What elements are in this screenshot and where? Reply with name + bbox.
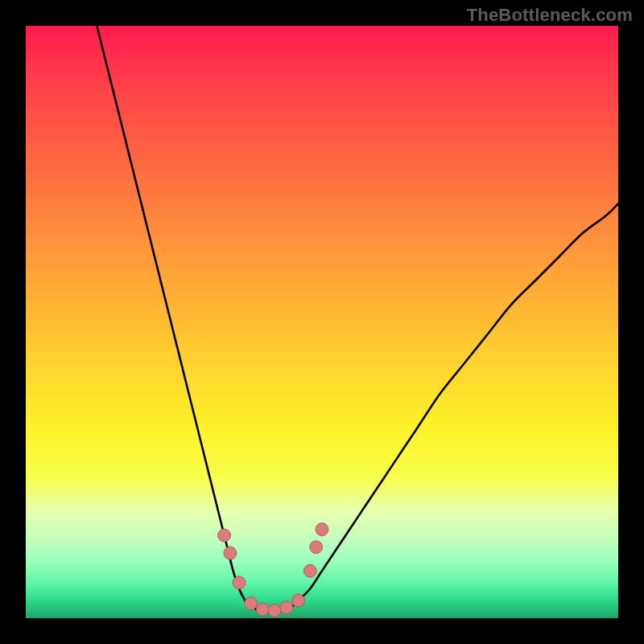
outer-frame: TheBottleneck.com [0, 0, 644, 644]
watermark-text: TheBottleneck.com [467, 5, 633, 26]
chart-svg [26, 26, 618, 618]
valley-marker [245, 597, 258, 610]
valley-marker [256, 603, 269, 616]
marker-layer [218, 523, 328, 617]
valley-marker [292, 594, 305, 607]
valley-marker [303, 564, 316, 577]
curve-layer [97, 26, 618, 612]
valley-marker [224, 547, 237, 559]
bottleneck-curve [97, 26, 618, 612]
valley-marker [280, 601, 293, 614]
valley-marker [268, 604, 281, 617]
valley-marker [316, 523, 328, 536]
valley-marker [218, 529, 231, 542]
valley-marker [233, 576, 246, 589]
valley-marker [310, 541, 323, 554]
